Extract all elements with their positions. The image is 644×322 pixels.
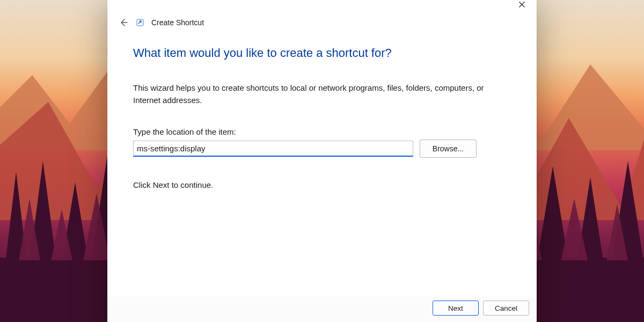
location-label: Type the location of the item: (133, 127, 511, 136)
next-button[interactable]: Next (433, 301, 479, 316)
location-input-row: Browse... (133, 140, 511, 158)
location-input[interactable] (133, 141, 413, 157)
shortcut-wizard-icon (136, 19, 144, 26)
arrow-left-icon (119, 18, 128, 27)
back-button[interactable] (118, 17, 129, 28)
dialog-header: Create Shortcut (107, 12, 537, 30)
dialog-footer: Next Cancel (107, 296, 537, 322)
browse-button[interactable]: Browse... (420, 140, 477, 158)
close-button[interactable] (510, 0, 533, 12)
svg-rect-28 (137, 19, 143, 26)
wizard-heading: What item would you like to create a sho… (133, 46, 511, 60)
cancel-button[interactable]: Cancel (483, 301, 529, 316)
wizard-description: This wizard helps you to create shortcut… (133, 82, 498, 107)
dialog-titlebar (107, 0, 537, 12)
dialog-title: Create Shortcut (151, 18, 204, 27)
dialog-content: What item would you like to create a sho… (107, 30, 537, 296)
create-shortcut-dialog: Create Shortcut What item would you like… (107, 0, 537, 322)
close-icon (519, 2, 525, 8)
continue-instruction: Click Next to continue. (133, 180, 511, 189)
